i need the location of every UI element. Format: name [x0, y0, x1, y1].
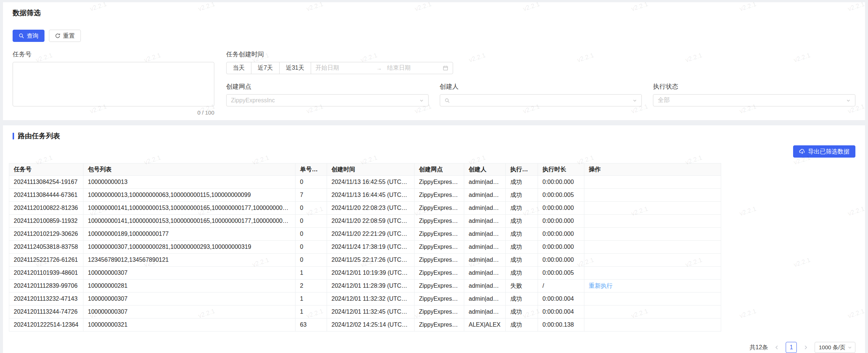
column-header: 单号数量 [296, 164, 327, 176]
cell-package-list: 100000000307,100000000281,100000000293,1… [83, 241, 296, 254]
column-header: 操作 [584, 164, 721, 176]
task-no-label: 任务号 [13, 50, 214, 59]
cell-creator: admin|admin [464, 241, 506, 254]
cell-order-count: 0 [296, 254, 327, 267]
cell-creator: admin|admin [464, 293, 506, 306]
prev-page-button[interactable] [772, 342, 782, 353]
date-range-picker[interactable]: 开始日期 → 结束日期 [311, 62, 453, 74]
cell-order-count: 7 [296, 189, 327, 202]
page-number-button[interactable]: 1 [786, 342, 797, 353]
list-title: 路由任务列表 [18, 131, 60, 141]
cell-creator: admin|admin [464, 228, 506, 241]
creator-select[interactable] [440, 94, 642, 106]
table-header-row: 任务号包号列表单号数量创建时间创建网点创建人执行结果执行时长操作 [9, 164, 721, 176]
cell-exec-result: 成功 [506, 319, 538, 331]
page-size-value: 1000 条/页 [819, 344, 845, 351]
create-time-group: 当天 近7天 近31天 开始日期 → 结束日期 [226, 62, 453, 74]
cell-exec-result: 失败 [506, 280, 538, 293]
filter-right-column: 任务创建时间 当天 近7天 近31天 开始日期 → 结束日期 创建网点 [226, 50, 855, 116]
start-date-placeholder: 开始日期 [316, 64, 371, 72]
filter-title: 数据筛选 [13, 8, 41, 18]
table-row: 20241201112839-9970610000000028122024/12… [9, 280, 721, 293]
cell-exec-result: 成功 [506, 241, 538, 254]
cell-task-no: 20241120102129-30626 [9, 228, 83, 241]
cell-order-count: 1 [296, 306, 327, 319]
table-row: 20241201222514-12364100000000321632024/1… [9, 319, 721, 331]
cell-exec-duration: 0:00:00.000 [538, 254, 584, 267]
filter-actions: 查询 重置 [13, 30, 855, 42]
creator-field: 创建人 [440, 82, 642, 106]
task-table: 任务号包号列表单号数量创建时间创建网点创建人执行结果执行时长操作 2024111… [9, 163, 721, 331]
creator-label: 创建人 [440, 82, 642, 91]
cell-package-list: 100000000321 [83, 319, 296, 331]
cell-action [584, 189, 721, 202]
cell-exec-duration: 0:00:00.005 [538, 267, 584, 280]
chevron-left-icon [774, 345, 779, 350]
cell-action [584, 306, 721, 319]
cell-package-list: 100000000281 [83, 280, 296, 293]
task-no-textarea[interactable] [13, 62, 214, 106]
cell-exec-duration: 0:00:00.138 [538, 319, 584, 331]
cell-create-time: 2024/11/24 17:38:19 (UTC+8) [327, 241, 415, 254]
cell-order-count: 0 [296, 176, 327, 189]
cell-task-no: 20241124053818-83758 [9, 241, 83, 254]
cell-package-list: 100000000307 [83, 306, 296, 319]
quick-31days-button[interactable]: 近31天 [279, 62, 311, 74]
cell-package-list: 100000000013 [83, 176, 296, 189]
table-row: 20241201101939-4860110000000030712024/12… [9, 267, 721, 280]
cell-order-count: 63 [296, 319, 327, 331]
column-header: 执行结果 [506, 164, 538, 176]
cell-exec-result: 成功 [506, 189, 538, 202]
table-body: 20241113084254-1916710000000001302024/11… [9, 176, 721, 331]
exec-status-field: 执行状态 全部 [653, 82, 855, 106]
cell-task-no: 20241201101939-48601 [9, 267, 83, 280]
cell-action [584, 202, 721, 215]
export-row: 导出已筛选数据 [9, 145, 855, 158]
cell-action [584, 254, 721, 267]
cell-action [584, 241, 721, 254]
cell-action [584, 176, 721, 189]
cell-exec-result: 成功 [506, 176, 538, 189]
task-no-counter: 0 / 100 [13, 109, 214, 116]
table-row: 20241120100859-11932100000000141,1000000… [9, 215, 721, 228]
column-header: 创建时间 [327, 164, 415, 176]
cell-package-list: 100000000307 [83, 293, 296, 306]
table-row: 20241124053818-83758100000000307,1000000… [9, 241, 721, 254]
cell-create-site: ZippyExpressInc [415, 228, 464, 241]
retry-link[interactable]: 重新执行 [589, 283, 613, 289]
cell-action [584, 215, 721, 228]
next-page-button[interactable] [801, 342, 811, 353]
quick-today-button[interactable]: 当天 [226, 62, 251, 74]
page-size-select[interactable]: 1000 条/页 [815, 342, 855, 353]
cell-task-no: 20241113084444-67361 [9, 189, 83, 202]
table-row: 20241125221726-61261123456789012,1345678… [9, 254, 721, 267]
exec-status-value: 全部 [658, 96, 843, 104]
cell-order-count: 1 [296, 293, 327, 306]
cell-exec-duration: / [538, 280, 584, 293]
exec-status-label: 执行状态 [653, 82, 855, 91]
list-panel: 路由任务列表 导出已筛选数据 任务号包号列表单号数量创建时间创建网点创建人执行结… [3, 125, 865, 353]
cell-create-site: ZippyExpressInc [415, 254, 464, 267]
search-icon [445, 98, 450, 103]
query-button[interactable]: 查询 [13, 30, 44, 42]
cell-package-list: 100000000189,100000000177 [83, 228, 296, 241]
search-icon [19, 33, 24, 39]
cell-order-count: 0 [296, 215, 327, 228]
reset-button[interactable]: 重置 [49, 30, 81, 42]
exec-status-select[interactable]: 全部 [653, 94, 855, 106]
cell-task-no: 20241113084254-19167 [9, 176, 83, 189]
cell-package-list: 100000000307 [83, 267, 296, 280]
cell-exec-result: 成功 [506, 228, 538, 241]
chevron-down-icon [846, 98, 851, 103]
create-time-label: 任务创建时间 [226, 50, 855, 59]
cell-create-time: 2024/11/25 22:17:26 (UTC+8) [327, 254, 415, 267]
cell-create-site: ZippyExpressInc [415, 215, 464, 228]
export-button[interactable]: 导出已筛选数据 [793, 145, 855, 158]
table-row: 20241201113244-7472610000000030712024/12… [9, 306, 721, 319]
cell-task-no: 20241120100859-11932 [9, 215, 83, 228]
create-site-select[interactable]: ZippyExpressInc [226, 94, 429, 106]
column-header: 创建网点 [415, 164, 464, 176]
cell-exec-duration: 0:00:00.000 [538, 202, 584, 215]
cell-create-site: ZippyExpressInc [415, 319, 464, 331]
quick-7days-button[interactable]: 近7天 [251, 62, 280, 74]
